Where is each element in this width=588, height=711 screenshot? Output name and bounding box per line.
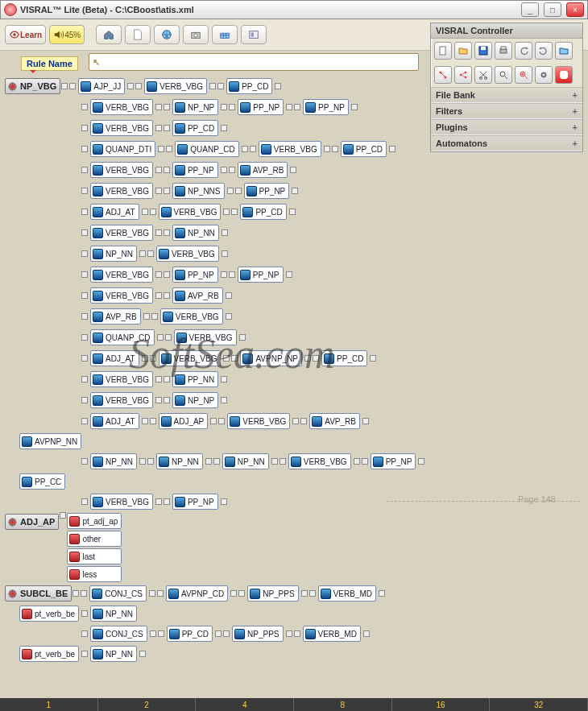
grid-button[interactable] [212, 25, 238, 44]
stop-button[interactable] [555, 66, 573, 84]
rule-head-avpnp-nn[interactable]: AVPNP_NN [19, 433, 81, 449]
section-filters[interactable]: Filters+ [431, 103, 582, 119]
link-button[interactable] [434, 66, 452, 84]
section-file-bank[interactable]: File Bank+ [431, 87, 582, 103]
grammar-node[interactable]: VERB_VBG [90, 225, 153, 241]
grammar-node[interactable]: NP_PPS [232, 626, 283, 642]
grammar-node[interactable]: NP_NN [90, 606, 137, 622]
terminal-node[interactable]: pt_verb_be [19, 606, 79, 622]
rule-head-adj-ap[interactable]: ADJ_AP [5, 514, 59, 530]
grammar-node[interactable]: NP_NN [222, 453, 269, 469]
grammar-node[interactable]: NP_NNS [172, 183, 225, 199]
grammar-node[interactable]: PP_CD [240, 204, 286, 220]
grammar-node[interactable]: VERB_VBG [159, 204, 222, 220]
terminal-node[interactable]: last [67, 548, 122, 564]
grammar-node[interactable]: PP_CD [226, 78, 272, 94]
grammar-node[interactable]: NP_NN [156, 453, 203, 469]
grammar-node[interactable]: PP_CD [341, 141, 387, 157]
grammar-node[interactable]: VERB_VBG [90, 162, 153, 178]
grammar-node[interactable]: VERB_VBG [159, 350, 222, 366]
globe-button[interactable] [154, 25, 180, 44]
grammar-node[interactable]: AVPNP_NP [240, 350, 302, 366]
grammar-node[interactable]: NP_NN [172, 225, 219, 241]
rule-head-subcl-be[interactable]: SUBCL_BE [5, 585, 72, 601]
grammar-node[interactable]: VERB_VBG [90, 267, 153, 283]
minimize-button[interactable]: _ [521, 2, 539, 17]
terminal-node[interactable]: less [67, 566, 122, 582]
grammar-node[interactable]: NP_NN [90, 453, 137, 469]
grammar-node[interactable]: PP_NP [238, 99, 284, 115]
grammar-node[interactable]: VERB_MD [303, 626, 361, 642]
grammar-node[interactable]: PP_NP [371, 453, 416, 469]
grammar-node[interactable]: AVPNP_CD [166, 585, 228, 601]
grammar-node[interactable]: PP_CD [167, 626, 213, 642]
grammar-node[interactable]: VERB_VBG [288, 453, 351, 469]
grammar-node[interactable]: AVP_RB [309, 413, 360, 429]
grammar-node[interactable]: VERB_VBG [90, 287, 153, 304]
snapshot-button[interactable] [183, 25, 209, 44]
learn-button[interactable]: Learn [5, 25, 46, 44]
undo-button[interactable] [515, 42, 532, 60]
settings-button[interactable] [535, 66, 553, 84]
close-button[interactable]: × [566, 2, 584, 17]
grammar-node[interactable]: QUANP_CD [90, 329, 155, 345]
grammar-node[interactable]: VERB_VBG [227, 413, 290, 429]
grammar-node[interactable]: VERB_VBG [90, 99, 153, 115]
grammar-node[interactable]: PP_NP [172, 494, 218, 510]
grammar-node[interactable]: AVP_RB [90, 308, 141, 324]
search-button[interactable] [495, 66, 512, 84]
grammar-node[interactable]: VERB_VBG [90, 120, 153, 136]
rule-canvas[interactable]: NP_VBG AJP_JJVERB_VBGPP_CD VERB_VBGNP_NP… [0, 76, 588, 697]
save-button[interactable] [474, 42, 492, 60]
home-button[interactable] [96, 25, 122, 44]
terminal-node[interactable]: other [67, 531, 122, 547]
grammar-node[interactable]: PP_CD [172, 120, 218, 136]
grammar-node[interactable]: ADJ_AT [90, 413, 139, 429]
grammar-node[interactable]: PP_NP [172, 267, 218, 283]
grammar-node[interactable]: PP_NN [172, 371, 218, 387]
grammar-node[interactable]: ADJ_AP [159, 413, 209, 429]
grammar-node[interactable]: PP_NP [244, 183, 290, 199]
grammar-node[interactable]: VERB_VBG [90, 371, 153, 387]
grammar-node[interactable]: QUANP_CD [175, 141, 239, 157]
open-button[interactable] [454, 42, 472, 60]
grammar-node[interactable]: VERB_VBG [259, 141, 321, 157]
grammar-node[interactable]: VERB_MD [318, 585, 376, 601]
grammar-node[interactable]: ADJ_AT [90, 204, 139, 220]
grammar-node[interactable]: VERB_VBG [156, 246, 219, 262]
cut-button[interactable] [474, 66, 492, 84]
new-doc-button[interactable] [434, 42, 452, 60]
search-input[interactable]: ↖ [89, 53, 419, 71]
grammar-node[interactable]: NP_PPS [247, 585, 298, 601]
new-button[interactable] [125, 25, 151, 44]
grammar-node[interactable]: PP_NP [238, 267, 284, 283]
grammar-node[interactable]: NP_NN [90, 246, 137, 262]
grammar-node[interactable]: QUANP_DTI [90, 141, 155, 157]
grammar-node[interactable]: CONJ_CS [90, 626, 147, 642]
grammar-node[interactable]: VERB_VBG [160, 308, 223, 324]
section-plugins[interactable]: Plugins+ [431, 119, 582, 135]
nodes-button[interactable] [454, 66, 472, 84]
grammar-node[interactable]: AJP_JJ [78, 78, 125, 94]
redo-button[interactable] [535, 42, 553, 60]
grammar-node[interactable]: VERB_VBG [90, 494, 153, 510]
maximize-button[interactable]: □ [544, 2, 561, 17]
grammar-node[interactable]: NP_NN [90, 646, 137, 662]
grammar-node[interactable]: PP_NP [303, 99, 349, 115]
grammar-node[interactable]: VERB_VBG [90, 392, 153, 408]
grammar-node[interactable]: NP_NP [172, 99, 218, 115]
grammar-node[interactable]: NP_NP [172, 392, 218, 408]
terminal-node[interactable]: pt_adj_ap [67, 513, 122, 529]
grammar-node[interactable]: VERB_VBG [144, 78, 207, 94]
grammar-node[interactable]: AVP_RB [238, 162, 288, 178]
folder2-button[interactable] [555, 42, 573, 60]
grammar-node[interactable]: ADJ_AT [90, 350, 139, 366]
grammar-node[interactable]: VERB_VBG [90, 183, 153, 199]
section-automatons[interactable]: Automatons+ [431, 135, 582, 151]
grammar-node[interactable]: CONJ_CS [89, 585, 147, 601]
grammar-node[interactable]: PP_CD [321, 350, 367, 366]
rule-head-pp-cc[interactable]: PP_CC [19, 473, 65, 490]
zoom-button[interactable] [515, 66, 532, 84]
rule-head-np-vbg[interactable]: NP_VBG [5, 78, 60, 94]
print-button[interactable] [495, 42, 512, 60]
